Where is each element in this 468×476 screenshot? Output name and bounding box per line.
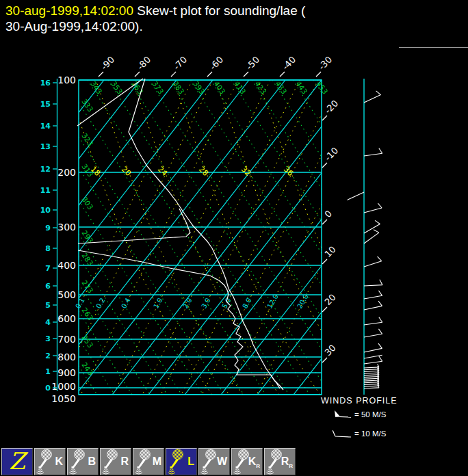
title-line2: 30-Aug-1999,14:02:00). bbox=[5, 19, 143, 34]
toolbar-button-label: RR bbox=[281, 455, 293, 469]
title-timestamp: 30-aug-1999,14:02:00 bbox=[5, 3, 133, 18]
svg-text:3.0: 3.0 bbox=[200, 297, 211, 310]
svg-text:900: 900 bbox=[57, 367, 76, 378]
toolbar-button-label: KR bbox=[248, 455, 260, 469]
svg-text:-40: -40 bbox=[281, 54, 298, 72]
flag-barb-icon bbox=[333, 409, 352, 420]
svg-text:16: 16 bbox=[40, 79, 51, 88]
svg-text:8: 8 bbox=[45, 244, 51, 253]
radiosonde-balloon-icon bbox=[36, 449, 56, 476]
plot-grid bbox=[0, 80, 468, 395]
svg-text:383: 383 bbox=[171, 79, 185, 95]
svg-text:-80: -80 bbox=[135, 54, 153, 72]
svg-text:8.0: 8.0 bbox=[241, 297, 252, 310]
svg-text:10: 10 bbox=[323, 244, 338, 259]
toolbar: ZKBRMLWKRRR bbox=[0, 448, 468, 476]
svg-text:6: 6 bbox=[45, 282, 51, 291]
svg-text:-70: -70 bbox=[172, 54, 190, 72]
svg-text:1050: 1050 bbox=[51, 393, 76, 404]
svg-text:0: 0 bbox=[45, 384, 51, 393]
svg-text:100: 100 bbox=[57, 75, 76, 85]
svg-text:13: 13 bbox=[40, 142, 51, 151]
toolbar-button-sublabel: R bbox=[256, 463, 260, 469]
skewt-plot: 3433533633733833934034134234334434533333… bbox=[0, 41, 468, 448]
wind-barb-column bbox=[348, 79, 382, 395]
svg-text:403: 403 bbox=[212, 79, 226, 95]
toolbar-button-sounding-l[interactable]: L bbox=[166, 448, 197, 475]
svg-text:200: 200 bbox=[57, 167, 76, 178]
svg-text:253: 253 bbox=[80, 333, 94, 349]
svg-text:443: 443 bbox=[294, 79, 309, 95]
svg-text:700: 700 bbox=[57, 334, 76, 345]
svg-text:263: 263 bbox=[80, 306, 94, 321]
svg-text:20: 20 bbox=[120, 165, 133, 178]
svg-text:323: 323 bbox=[80, 131, 94, 147]
svg-text:28: 28 bbox=[197, 165, 210, 178]
svg-text:243: 243 bbox=[80, 360, 94, 376]
toolbar-button-logo-z[interactable]: Z bbox=[1, 448, 33, 475]
svg-text:7: 7 bbox=[45, 264, 51, 273]
svg-text:9: 9 bbox=[45, 224, 51, 233]
svg-text:20.0: 20.0 bbox=[296, 293, 310, 310]
svg-text:14: 14 bbox=[40, 122, 51, 131]
svg-text:393: 393 bbox=[192, 79, 206, 95]
svg-text:4: 4 bbox=[45, 318, 51, 327]
svg-text:343: 343 bbox=[89, 79, 103, 95]
svg-text:800: 800 bbox=[57, 352, 76, 362]
window-title: 30-aug-1999,14:02:00 Skew-t plot for sou… bbox=[5, 3, 464, 34]
toolbar-button-sounding-r[interactable]: R bbox=[100, 448, 131, 475]
full-barb-icon bbox=[333, 428, 352, 439]
toolbar-button-sounding-r2[interactable]: RR bbox=[264, 448, 296, 475]
z-logo-icon: Z bbox=[2, 449, 32, 475]
toolbar-button-sounding-m[interactable]: M bbox=[133, 448, 164, 475]
svg-text:500: 500 bbox=[57, 289, 76, 300]
svg-text:0.4: 0.4 bbox=[120, 297, 131, 310]
svg-text:20: 20 bbox=[323, 292, 338, 307]
svg-text:1000: 1000 bbox=[51, 381, 76, 392]
svg-text:433: 433 bbox=[274, 79, 288, 95]
svg-text:-90: -90 bbox=[99, 54, 117, 72]
toolbar-button-sounding-w[interactable]: W bbox=[198, 448, 230, 475]
application-window: 30-aug-1999,14:02:00 Skew-t plot for sou… bbox=[0, 0, 468, 476]
svg-text:15: 15 bbox=[40, 100, 51, 109]
toolbar-button-label: B bbox=[88, 455, 96, 468]
svg-text:2: 2 bbox=[45, 352, 51, 360]
toolbar-button-label: R bbox=[120, 455, 129, 468]
toolbar-button-label: W bbox=[217, 455, 227, 468]
title-text: Skew-t plot for sounding/lae ( bbox=[133, 3, 305, 18]
svg-text:-50: -50 bbox=[244, 54, 262, 72]
svg-text:36: 36 bbox=[282, 165, 295, 178]
winds-profile-heading: WINDS PROFILE bbox=[321, 396, 398, 406]
svg-text:600: 600 bbox=[57, 313, 76, 324]
legend-row-50ms: = 50 M/S bbox=[333, 409, 386, 420]
toolbar-button-sounding-k[interactable]: K bbox=[34, 448, 66, 475]
sounding-traces bbox=[77, 79, 283, 390]
svg-text:5: 5 bbox=[45, 301, 51, 310]
isotherm-labels: -90-80-70-60-50-40-30-20-100102030 bbox=[99, 54, 340, 362]
svg-text:1: 1 bbox=[45, 367, 51, 376]
svg-text:333: 333 bbox=[80, 97, 94, 113]
svg-text:12: 12 bbox=[40, 165, 51, 174]
toolbar-button-label: M bbox=[153, 455, 161, 468]
radiosonde-balloon-icon bbox=[68, 449, 89, 476]
legend-label-10ms: = 10 M/S bbox=[354, 429, 386, 438]
svg-text:3: 3 bbox=[45, 334, 51, 343]
svg-text:11: 11 bbox=[40, 186, 51, 195]
svg-text:30: 30 bbox=[323, 343, 338, 358]
svg-text:-20: -20 bbox=[323, 98, 341, 116]
svg-text:353: 353 bbox=[109, 79, 124, 95]
svg-text:373: 373 bbox=[151, 79, 165, 95]
toolbar-button-sounding-k2[interactable]: KR bbox=[231, 448, 263, 475]
radiosonde-balloon-icon bbox=[167, 449, 187, 476]
toolbar-button-sounding-b[interactable]: B bbox=[67, 448, 99, 475]
toolbar-button-label: L bbox=[187, 455, 194, 468]
svg-text:1.0: 1.0 bbox=[152, 297, 164, 310]
height-axis: 161514131211109876543210 bbox=[40, 79, 57, 393]
svg-text:413: 413 bbox=[233, 79, 247, 95]
svg-text:10: 10 bbox=[40, 206, 51, 215]
svg-text:-30: -30 bbox=[317, 54, 335, 72]
svg-text:12.0: 12.0 bbox=[265, 293, 280, 310]
legend-row-10ms: = 10 M/S bbox=[333, 428, 386, 439]
svg-text:423: 423 bbox=[253, 79, 268, 95]
svg-text:-60: -60 bbox=[208, 54, 226, 72]
